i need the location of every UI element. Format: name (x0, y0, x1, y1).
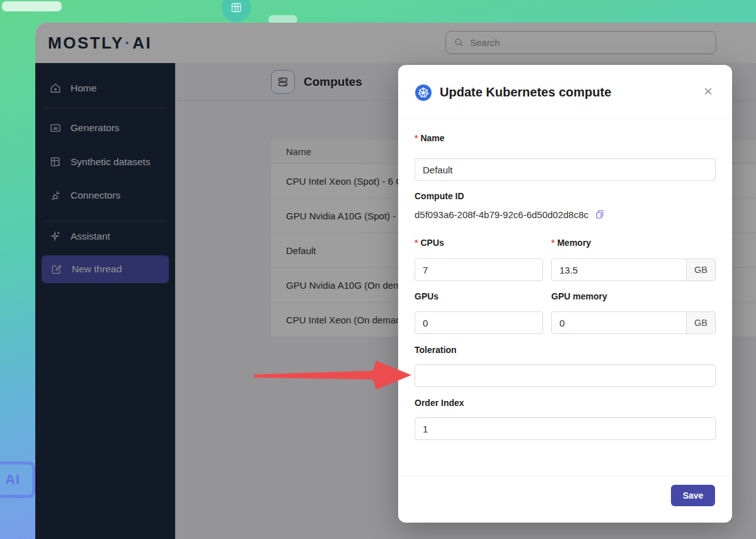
cpus-field[interactable] (415, 258, 543, 281)
gpu-memory-label: GPU memory (551, 291, 607, 301)
grid-icon (230, 1, 243, 14)
update-kubernetes-compute-modal: Update Kubernetes compute × *Name Comput… (398, 65, 732, 523)
memory-unit-addon: GB (686, 259, 715, 281)
gpu-memory-field-group: GB (551, 311, 716, 334)
name-field[interactable] (415, 158, 716, 181)
toleration-field[interactable] (415, 364, 716, 387)
required-marker: * (415, 238, 418, 248)
save-button[interactable]: Save (671, 485, 715, 506)
compute-id-value: d5f093a6-208f-4b79-92c6-6d50d02d8c8c (415, 209, 588, 220)
cpus-label: *CPUs (415, 238, 444, 248)
gpus-field[interactable] (415, 311, 543, 334)
annotation-arrow-icon (247, 352, 418, 398)
order-index-field[interactable] (415, 417, 716, 440)
name-label: *Name (415, 133, 445, 143)
gpu-memory-field[interactable] (552, 312, 686, 333)
modal-footer-divider (398, 476, 732, 477)
gpu-memory-unit-addon: GB (686, 312, 715, 333)
memory-label: *Memory (551, 238, 591, 248)
order-index-label: Order Index (415, 398, 464, 408)
required-marker: * (415, 133, 418, 143)
close-icon[interactable]: × (698, 81, 718, 101)
clipboard-icon[interactable] (594, 209, 605, 220)
compute-id-label: Compute ID (415, 191, 464, 201)
memory-field-group: GB (551, 258, 716, 281)
ai-chip-text: AI (5, 472, 20, 488)
ai-chip-watermark: AI (0, 461, 35, 498)
background-grid-badge (222, 0, 251, 22)
kubernetes-icon (415, 84, 432, 101)
background-pill-decor (2, 1, 62, 11)
modal-title: Update Kubernetes compute (440, 65, 611, 119)
gpus-label: GPUs (415, 291, 438, 301)
toleration-label: Toleration (415, 345, 457, 355)
modal-header: Update Kubernetes compute × (398, 65, 732, 119)
required-marker: * (551, 238, 554, 248)
memory-field[interactable] (552, 259, 686, 281)
compute-id-row: d5f093a6-208f-4b79-92c6-6d50d02d8c8c (415, 209, 605, 220)
